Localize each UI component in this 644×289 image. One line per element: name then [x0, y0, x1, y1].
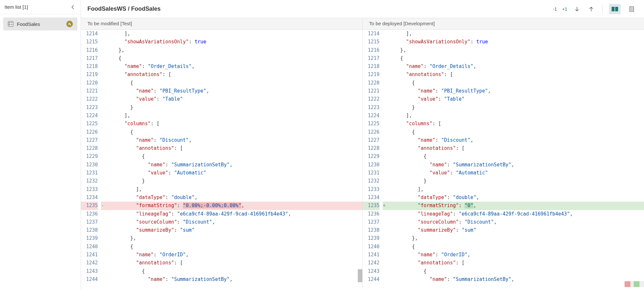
code-line[interactable]: } — [387, 104, 644, 112]
diff-marker — [383, 226, 387, 234]
code-line[interactable]: "annotations": [ — [106, 71, 362, 79]
code-line[interactable]: ], — [106, 112, 362, 120]
code-line[interactable]: "name": "Discount", — [106, 136, 362, 144]
line-number: 1238 — [363, 226, 379, 234]
code-line[interactable]: "name": "SummarizationSetBy", — [387, 161, 644, 169]
code-line[interactable]: "value": "Automatic" — [106, 169, 362, 177]
code-line[interactable]: "name": "OrderID", — [106, 251, 362, 259]
code-line[interactable]: { — [387, 54, 644, 62]
code-line[interactable]: "name": "Order_Details", — [106, 62, 362, 71]
code-line[interactable]: "annotations": [ — [387, 144, 644, 152]
diff-marker: - — [101, 202, 106, 210]
side-by-side-view-button[interactable] — [609, 4, 621, 14]
code-line[interactable]: "dataType": "double", — [387, 194, 644, 202]
code-line[interactable]: "name": "PBI_ResultType", — [106, 87, 362, 95]
inline-view-button[interactable] — [626, 4, 638, 14]
code-line[interactable]: { — [387, 267, 644, 275]
code-line[interactable]: "lineageTag": "e6ca9cf4-89aa-429f-9cad-4… — [387, 210, 644, 218]
diff-marker — [101, 30, 106, 38]
code-line[interactable]: "lineageTag": "e6ca9cf4-89aa-429f-9cad-4… — [106, 210, 362, 218]
code-line[interactable]: "name": "Discount", — [387, 136, 644, 144]
code-line[interactable]: "annotations": [ — [106, 259, 362, 267]
code-line[interactable]: "value": "Table" — [387, 95, 644, 103]
diff-marker — [101, 234, 106, 242]
diff-marker — [101, 218, 106, 226]
code-line[interactable]: "sourceColumn": "Discount", — [387, 218, 644, 226]
code-line[interactable]: } — [106, 104, 362, 112]
code-line[interactable]: ], — [106, 185, 362, 194]
diff-marker — [383, 136, 387, 144]
code-line[interactable]: "annotations": [ — [387, 259, 644, 267]
diff-marker — [101, 243, 106, 251]
line-number: 1241 — [81, 251, 98, 259]
line-number: 1224 — [81, 112, 98, 120]
diff-count-added: +1 — [562, 6, 567, 12]
line-number: 1231 — [363, 169, 379, 177]
code-line[interactable]: { — [106, 128, 362, 136]
code-line[interactable]: { — [387, 79, 644, 87]
code-line[interactable]: "showAsVariationsOnly": true — [106, 38, 362, 46]
code-line[interactable]: "name": "PBI_ResultType", — [387, 87, 644, 95]
code-line[interactable]: "value": "Table" — [106, 95, 362, 103]
code-line[interactable]: { — [106, 152, 362, 161]
code-line[interactable]: "columns": [ — [387, 120, 644, 128]
code-line[interactable]: "name": "OrderID", — [387, 251, 644, 259]
code-line[interactable]: { — [106, 79, 362, 87]
sidebar-item-foodsales[interactable]: FoodSales — [3, 17, 77, 30]
line-number: 1234 — [81, 194, 98, 202]
code-line[interactable]: "name": "Order_Details", — [387, 62, 644, 71]
code-line[interactable]: }, — [106, 46, 362, 54]
code-line[interactable]: { — [387, 243, 644, 251]
code-line[interactable]: }, — [106, 234, 362, 242]
minimap-removed — [625, 281, 630, 287]
diff-marker — [383, 259, 387, 267]
code-line[interactable]: "annotations": [ — [387, 71, 644, 79]
diff-marker — [101, 54, 106, 62]
prev-diff-button[interactable] — [587, 5, 596, 14]
code-line[interactable]: { — [387, 128, 644, 136]
line-number: 1216 — [363, 46, 379, 54]
diff-minimap[interactable] — [625, 281, 644, 287]
sidebar: Item list [1] FoodSales — [0, 0, 81, 289]
code-line[interactable]: "name": "SummarizationSetBy", — [106, 161, 362, 169]
code-line[interactable]: { — [106, 54, 362, 62]
code-line[interactable]: ], — [387, 30, 644, 38]
code-line[interactable]: ], — [106, 30, 362, 38]
code-line[interactable]: }, — [387, 234, 644, 242]
code-line[interactable]: } — [387, 177, 644, 185]
line-number: 1229 — [363, 152, 379, 161]
collapse-sidebar-button[interactable] — [70, 4, 76, 10]
code-line[interactable]: "showAsVariationsOnly": true — [387, 38, 644, 46]
code-left[interactable]: ], "showAsVariationsOnly": true }, { "na… — [106, 30, 362, 289]
code-line[interactable]: "value": "Automatic" — [387, 169, 644, 177]
line-number: 1216 — [81, 46, 98, 54]
next-diff-button[interactable] — [572, 5, 582, 14]
code-line[interactable]: "columns": [ — [106, 120, 362, 128]
code-line[interactable]: "annotations": [ — [106, 144, 362, 152]
code-line[interactable]: "dataType": "double", — [106, 194, 362, 202]
diff-marker — [383, 30, 387, 38]
code-line[interactable]: }, — [387, 46, 644, 54]
code-line[interactable]: } — [106, 177, 362, 185]
code-line[interactable]: { — [106, 267, 362, 275]
code-line[interactable]: "summarizeBy": "sum" — [387, 226, 644, 234]
diff-marker — [383, 210, 387, 218]
diff-marker — [383, 87, 387, 95]
diff-pane-left[interactable]: 1214121512161217121812191220122112221223… — [81, 30, 362, 289]
code-line[interactable]: "name": "SummarizationSetBy", — [106, 275, 362, 283]
code-line[interactable]: "formatString": "0.00%;-0.00%;0.00%", — [106, 202, 362, 210]
diff-marker — [101, 87, 106, 95]
code-line[interactable]: "formatString": "0", — [387, 202, 644, 210]
code-right[interactable]: ], "showAsVariationsOnly": true }, { "na… — [387, 30, 644, 289]
code-line[interactable]: { — [106, 243, 362, 251]
scrollbar-thumb[interactable] — [358, 269, 362, 282]
code-line[interactable]: ], — [387, 112, 644, 120]
diff-pane-right[interactable]: 1214121512161217121812191220122112221223… — [362, 30, 644, 289]
code-line[interactable]: ], — [387, 185, 644, 194]
code-line[interactable]: "summarizeBy": "sum" — [106, 226, 362, 234]
code-line[interactable]: { — [387, 152, 644, 161]
diff-marker — [383, 218, 387, 226]
code-line[interactable]: "name": "SummarizationSetBy", — [387, 275, 644, 283]
line-number: 1221 — [363, 87, 379, 95]
code-line[interactable]: "sourceColumn": "Discount", — [106, 218, 362, 226]
